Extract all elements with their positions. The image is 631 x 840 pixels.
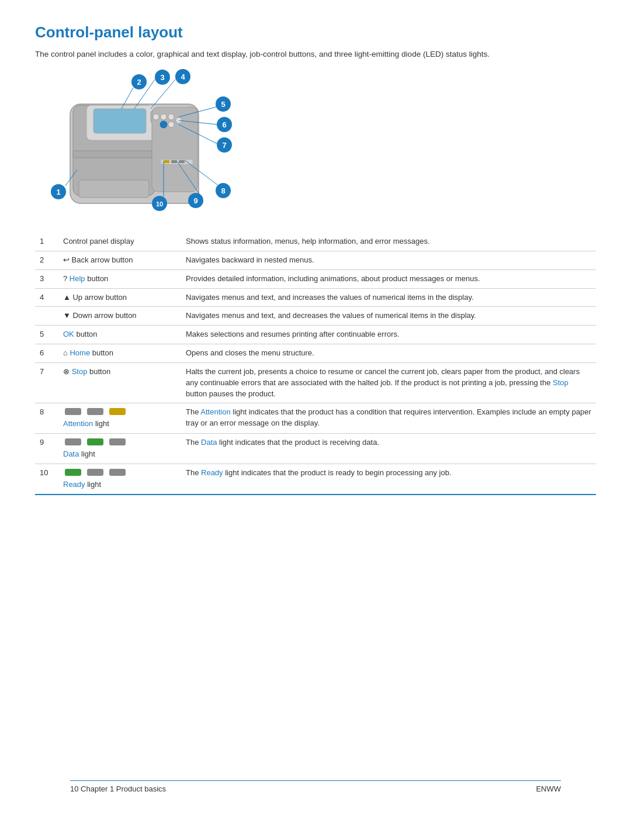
row-desc: The Attention light indicates that the p… [181,403,596,434]
data-label: Data light [63,449,176,460]
row-desc: Provides detailed information, including… [181,269,596,288]
led-gray-4 [109,438,126,445]
row-num: 10 [35,464,58,495]
row-num [35,307,58,326]
intro-text: The control panel includes a color, grap… [35,50,514,58]
table-row: 3 ? Help button Provides detailed inform… [35,269,596,288]
svg-point-11 [168,114,174,120]
footer-left: 10 Chapter 1 Product basics [70,784,166,793]
row-num: 3 [35,269,58,288]
row-desc: Opens and closes the menu structure. [181,344,596,363]
row-num: 7 [35,362,58,403]
led-green-data [87,438,103,445]
row-label: ⊗ Stop button [58,362,181,403]
table-row: 7 ⊗ Stop button Halts the current job, p… [35,362,596,403]
row-desc: The Data light indicates that the produc… [181,434,596,464]
svg-text:5: 5 [221,100,225,109]
row-desc: Navigates menus and text, and increases … [181,288,596,307]
svg-text:8: 8 [221,186,225,195]
row-label: ? Help button [58,269,181,288]
row-num: 1 [35,233,58,251]
row-num: 6 [35,344,58,363]
led-amber [109,408,126,415]
data-led-row [63,437,176,447]
row-num: 2 [35,251,58,269]
row-desc: Navigates backward in nested menus. [181,251,596,269]
row-num: 9 [35,434,58,464]
led-gray-6 [109,469,126,476]
row-num: 8 [35,403,58,434]
row-label: ↩ Back arrow button [58,251,181,269]
svg-text:6: 6 [222,120,226,129]
svg-rect-17 [179,160,185,163]
attention-led-row [63,407,176,416]
table-row: 8 Attention light The Attention light in… [35,403,596,434]
svg-rect-15 [164,160,169,163]
row-desc: Halts the current job, presents a choice… [181,362,596,403]
svg-rect-5 [73,151,152,158]
svg-point-12 [160,121,167,128]
page-footer: 10 Chapter 1 Product basics ENWW [70,780,561,793]
svg-rect-3 [93,109,146,133]
row-label-led: Ready light [58,464,181,495]
svg-point-13 [168,122,174,127]
led-gray-1 [65,408,81,415]
row-num: 5 [35,326,58,344]
control-panel-table: 1 Control panel display Shows status inf… [35,233,596,495]
row-num: 4 [35,288,58,307]
table-row: 6 ⌂ Home button Opens and closes the men… [35,344,596,363]
attention-label: Attention light [63,419,176,430]
svg-text:1: 1 [56,188,60,196]
footer-right: ENWW [536,784,561,793]
svg-rect-6 [79,180,149,198]
table-row: 5 OK button Makes selections and resumes… [35,326,596,344]
svg-text:2: 2 [137,78,141,87]
printer-diagram: 1 2 3 4 5 6 7 [35,69,280,227]
led-gray-3 [65,438,81,445]
row-desc: Shows status information, menus, help in… [181,233,596,251]
svg-text:7: 7 [222,141,226,150]
row-desc: The Ready light indicates that the produ… [181,464,596,495]
row-label: OK button [58,326,181,344]
svg-text:4: 4 [181,72,185,81]
svg-point-9 [153,114,159,120]
row-label-led: Data light [58,434,181,464]
ready-label: Ready light [63,479,176,490]
svg-point-10 [161,114,167,120]
ready-led-row [63,468,176,477]
led-gray-2 [87,408,103,415]
svg-rect-7 [152,107,197,192]
svg-rect-16 [171,160,177,163]
row-label: ⌂ Home button [58,344,181,363]
table-row: 10 Ready light The Ready light indicates… [35,464,596,495]
row-label-led: Attention light [58,403,181,434]
page-title: Control-panel layout [35,23,596,42]
table-row: ▼ Down arrow button Navigates menus and … [35,307,596,326]
led-gray-5 [87,469,103,476]
table-row: 1 Control panel display Shows status inf… [35,233,596,251]
svg-text:10: 10 [156,201,163,208]
row-desc: Navigates menus and text, and decreases … [181,307,596,326]
row-desc: Makes selections and resumes printing af… [181,326,596,344]
row-label: Control panel display [58,233,181,251]
led-green-ready [65,469,81,476]
svg-text:3: 3 [160,73,164,82]
row-label: ▲ Up arrow button [58,288,181,307]
svg-text:9: 9 [193,196,197,205]
row-label: ▼ Down arrow button [58,307,181,326]
table-row: 4 ▲ Up arrow button Navigates menus and … [35,288,596,307]
printer-body [70,104,199,203]
table-row: 2 ↩ Back arrow button Navigates backward… [35,251,596,269]
table-row: 9 Data light The Data light indicates th… [35,434,596,464]
